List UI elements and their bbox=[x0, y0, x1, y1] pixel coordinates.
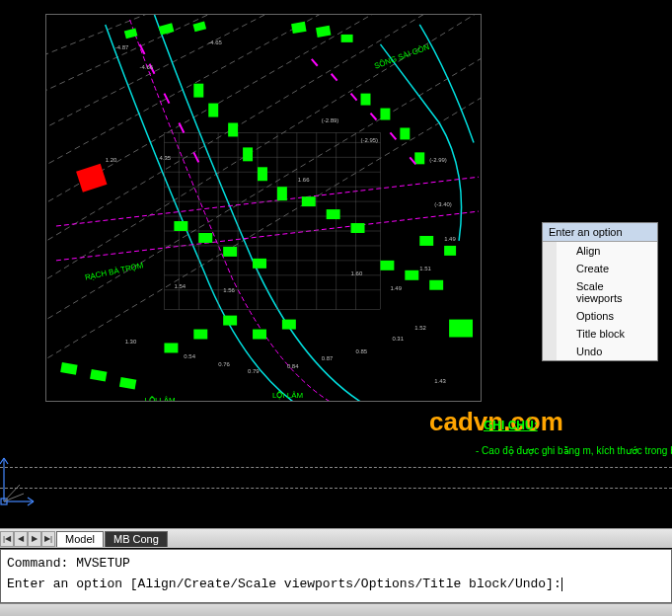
svg-rect-60 bbox=[164, 343, 178, 352]
svg-rect-52 bbox=[327, 209, 340, 219]
svg-line-111 bbox=[28, 498, 34, 501]
cad-site-plan: SÔNG SÀI GÒN RẠCH BÀ TRỌM LỘI LÂM LỘI LÂ… bbox=[46, 15, 481, 401]
tab-nav-next[interactable]: ▶ bbox=[28, 531, 41, 547]
svg-text:1.54: 1.54 bbox=[174, 283, 186, 289]
svg-line-74 bbox=[332, 74, 337, 81]
svg-line-2 bbox=[46, 15, 341, 152]
svg-line-76 bbox=[370, 114, 376, 120]
svg-text:0.31: 0.31 bbox=[392, 336, 404, 342]
menu-item-options[interactable]: Options bbox=[543, 307, 657, 325]
command-history-line: Command: MVSETUP bbox=[7, 554, 665, 575]
svg-text:(-2.95): (-2.95) bbox=[361, 137, 379, 143]
svg-rect-40 bbox=[243, 147, 253, 161]
tab-nav-last[interactable]: ▶| bbox=[41, 531, 55, 547]
notes-line: - Cao độ được ghi bằng m, kích thước tro… bbox=[476, 445, 672, 456]
svg-text:(-2.89): (-2.89) bbox=[322, 118, 339, 124]
svg-line-114 bbox=[0, 458, 4, 464]
svg-rect-36 bbox=[341, 35, 353, 42]
svg-rect-35 bbox=[316, 26, 331, 38]
svg-line-73 bbox=[312, 59, 318, 66]
tab-mb-cong[interactable]: MB Cong bbox=[105, 531, 168, 547]
svg-text:0.85: 0.85 bbox=[356, 348, 368, 354]
svg-rect-53 bbox=[351, 223, 365, 233]
svg-line-8 bbox=[46, 64, 481, 388]
svg-text:1.66: 1.66 bbox=[298, 177, 310, 183]
tab-nav-first[interactable]: |◀ bbox=[0, 531, 14, 547]
svg-text:1.60: 1.60 bbox=[351, 270, 363, 276]
tab-nav-prev[interactable]: ◀ bbox=[14, 531, 28, 547]
tab-model[interactable]: Model bbox=[56, 531, 104, 547]
svg-rect-31 bbox=[124, 29, 138, 39]
svg-rect-57 bbox=[60, 362, 77, 375]
text-cursor bbox=[561, 578, 562, 591]
command-line[interactable]: Command: MVSETUP Enter an option [Align/… bbox=[0, 549, 672, 603]
svg-rect-79 bbox=[76, 164, 107, 192]
svg-text:1.51: 1.51 bbox=[419, 266, 431, 271]
svg-text:LỘI LÂM: LỘI LÂM bbox=[272, 391, 303, 400]
svg-line-77 bbox=[390, 132, 396, 139]
svg-rect-38 bbox=[208, 104, 218, 117]
svg-rect-49 bbox=[223, 247, 237, 257]
svg-rect-56 bbox=[429, 280, 443, 290]
layout-guide-line bbox=[0, 488, 672, 489]
svg-rect-45 bbox=[400, 127, 410, 139]
svg-text:1.20: 1.20 bbox=[106, 157, 117, 163]
svg-rect-46 bbox=[414, 152, 424, 164]
svg-rect-64 bbox=[282, 320, 296, 330]
svg-rect-32 bbox=[159, 23, 175, 35]
svg-text:-4.65: -4.65 bbox=[208, 39, 222, 45]
command-prompt-line: Enter an option [Align/Create/Scale view… bbox=[7, 577, 561, 591]
svg-text:0.79: 0.79 bbox=[248, 368, 260, 374]
svg-rect-55 bbox=[405, 270, 418, 280]
svg-rect-42 bbox=[277, 187, 287, 200]
menu-item-align[interactable]: Align bbox=[543, 242, 657, 260]
svg-text:0.84: 0.84 bbox=[287, 363, 299, 369]
svg-text:-4.87: -4.87 bbox=[115, 44, 129, 50]
svg-text:LỘI LÂM: LỘI LÂM bbox=[145, 396, 176, 401]
ucs-icon bbox=[0, 450, 39, 509]
viewport-frame[interactable]: SÔNG SÀI GÒN RẠCH BÀ TRỌM LỘI LÂM LỘI LÂ… bbox=[45, 14, 482, 402]
svg-rect-67 bbox=[449, 320, 473, 338]
svg-text:1.49: 1.49 bbox=[444, 236, 456, 242]
menu-item-scale-viewports[interactable]: Scale viewports bbox=[543, 277, 657, 307]
svg-text:0.87: 0.87 bbox=[322, 355, 334, 361]
svg-text:(-2.99): (-2.99) bbox=[429, 157, 447, 163]
svg-rect-51 bbox=[302, 196, 316, 206]
layout-tab-bar: |◀ ◀ ▶ ▶| Model MB Cong bbox=[0, 528, 672, 548]
context-menu: Enter an option Align Create Scale viewp… bbox=[542, 222, 658, 361]
svg-text:0.54: 0.54 bbox=[184, 353, 195, 359]
status-bar bbox=[0, 603, 672, 616]
svg-text:1.56: 1.56 bbox=[223, 287, 235, 293]
svg-rect-44 bbox=[380, 109, 390, 120]
menu-item-title-block[interactable]: Title block bbox=[543, 325, 657, 343]
menu-item-create[interactable]: Create bbox=[543, 260, 657, 277]
svg-rect-58 bbox=[90, 369, 107, 382]
svg-line-70 bbox=[164, 94, 169, 104]
svg-rect-65 bbox=[419, 236, 433, 246]
svg-rect-116 bbox=[1, 499, 7, 504]
svg-rect-61 bbox=[193, 330, 207, 340]
svg-text:RẠCH BÀ TRỌM: RẠCH BÀ TRỌM bbox=[84, 261, 144, 281]
svg-line-115 bbox=[4, 458, 8, 464]
svg-line-71 bbox=[179, 123, 184, 133]
svg-rect-54 bbox=[380, 261, 394, 270]
svg-rect-41 bbox=[258, 167, 267, 181]
svg-text:0.76: 0.76 bbox=[218, 361, 230, 367]
svg-rect-62 bbox=[223, 316, 237, 326]
svg-text:(-3.40): (-3.40) bbox=[434, 201, 452, 207]
svg-rect-48 bbox=[198, 233, 212, 243]
context-menu-title: Enter an option bbox=[543, 223, 657, 242]
svg-text:4.35: 4.35 bbox=[159, 155, 171, 161]
svg-rect-59 bbox=[119, 377, 136, 390]
notes-heading: GHI CHÚ: bbox=[484, 419, 538, 432]
svg-line-112 bbox=[28, 501, 34, 505]
layout-guide-line bbox=[0, 467, 672, 468]
svg-rect-47 bbox=[174, 221, 187, 231]
svg-text:-4.66: -4.66 bbox=[140, 64, 154, 70]
svg-rect-43 bbox=[361, 94, 371, 106]
svg-rect-50 bbox=[253, 259, 266, 269]
svg-rect-39 bbox=[228, 123, 238, 137]
svg-rect-63 bbox=[253, 330, 266, 340]
menu-item-undo[interactable]: Undo bbox=[543, 343, 657, 360]
svg-line-75 bbox=[351, 94, 357, 101]
